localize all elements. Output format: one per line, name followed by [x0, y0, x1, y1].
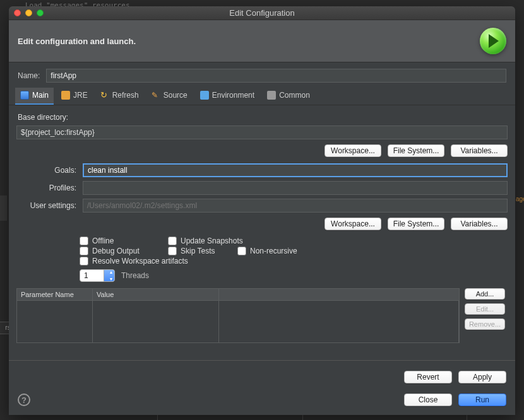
debug-output-checkbox[interactable]: Debug Output: [80, 247, 155, 255]
threads-label: Threads: [121, 271, 149, 280]
goals-input[interactable]: [83, 163, 508, 177]
common-tab-icon: [267, 91, 276, 100]
goals-label: Goals:: [16, 166, 76, 175]
environment-tab-icon: [200, 91, 209, 100]
threads-stepper[interactable]: ▴1: [80, 269, 115, 282]
update-snapshots-checkbox[interactable]: Update Snapshots: [168, 236, 244, 245]
jre-tab-icon: [61, 91, 70, 100]
add-param-button[interactable]: Add...: [465, 288, 505, 300]
checkbox-icon: [168, 236, 177, 245]
skip-tests-checkbox[interactable]: Skip Tests: [168, 247, 225, 255]
remove-param-button: Remove...: [465, 318, 505, 330]
checkbox-icon: [80, 257, 88, 265]
revert-button[interactable]: Revert: [404, 371, 452, 383]
col-value[interactable]: Value: [93, 289, 219, 300]
tab-refresh[interactable]: Refresh: [95, 88, 144, 105]
main-tab-pane: Base directory: Workspace... File System…: [9, 105, 515, 356]
filesystem-button-2[interactable]: File System...: [388, 218, 444, 230]
dialog-header: Edit configuration and launch.: [9, 20, 515, 62]
apply-button[interactable]: Apply: [458, 371, 506, 383]
variables-button-1[interactable]: Variables...: [451, 144, 508, 157]
background-gutter: [0, 195, 7, 221]
user-settings-input[interactable]: [83, 199, 508, 213]
close-button[interactable]: Close: [404, 394, 452, 406]
base-directory-label: Base directory:: [16, 110, 508, 125]
workspace-button-2[interactable]: Workspace...: [325, 218, 381, 230]
dialog-subtitle: Edit configuration and launch.: [18, 37, 136, 46]
parameters-table[interactable]: Parameter Name Value: [16, 288, 460, 343]
zoom-window-icon[interactable]: [37, 9, 44, 16]
refresh-tab-icon: [100, 91, 109, 100]
run-icon: [480, 28, 506, 54]
titlebar[interactable]: Edit Configuration: [9, 6, 515, 20]
filesystem-button-1[interactable]: File System...: [388, 144, 444, 157]
main-tab-icon: [20, 91, 29, 100]
tab-source[interactable]: Source: [146, 88, 193, 105]
col-parameter-name[interactable]: Parameter Name: [17, 289, 93, 300]
help-icon[interactable]: ?: [18, 394, 30, 406]
run-button[interactable]: Run: [458, 394, 506, 406]
non-recursive-checkbox[interactable]: Non-recursive: [237, 247, 313, 255]
close-window-icon[interactable]: [14, 9, 21, 16]
user-settings-label: User settings:: [16, 201, 76, 210]
col-spacer: [219, 289, 459, 300]
name-label: Name:: [18, 71, 40, 80]
dialog-title: Edit Configuration: [9, 8, 515, 18]
offline-checkbox[interactable]: Offline: [80, 236, 155, 245]
workspace-button-1[interactable]: Workspace...: [325, 144, 381, 157]
source-tab-icon: [152, 91, 160, 100]
checkbox-icon: [168, 247, 177, 255]
base-directory-input[interactable]: [16, 125, 508, 139]
edit-configuration-dialog: Edit Configuration Edit configuration an…: [9, 6, 515, 415]
tab-common[interactable]: Common: [262, 88, 315, 105]
background-right: age: [516, 195, 524, 208]
tab-main[interactable]: Main: [15, 88, 54, 105]
minimize-window-icon[interactable]: [25, 9, 32, 16]
checkbox-icon: [80, 247, 88, 255]
tab-environment[interactable]: Environment: [195, 88, 259, 105]
edit-param-button: Edit...: [465, 303, 505, 315]
profiles-label: Profiles:: [16, 184, 76, 192]
variables-button-2[interactable]: Variables...: [451, 218, 508, 230]
profiles-input[interactable]: [83, 181, 508, 195]
checkbox-icon: [237, 247, 246, 255]
resolve-workspace-checkbox[interactable]: Resolve Workspace artifacts: [80, 257, 218, 265]
checkbox-icon: [80, 236, 88, 245]
name-input[interactable]: [46, 69, 506, 83]
tab-bar: Main JRE Refresh Source Environment Comm…: [9, 88, 515, 105]
tab-jre[interactable]: JRE: [56, 88, 93, 105]
